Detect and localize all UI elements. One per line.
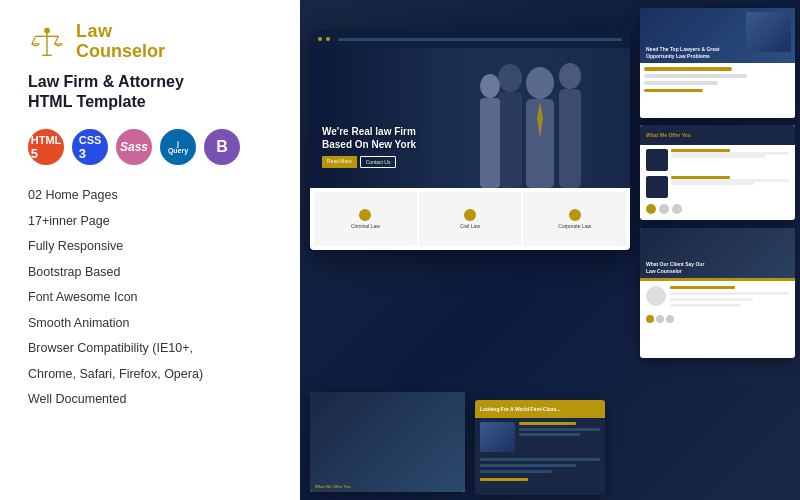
feature-animation: Smooth Animation (28, 311, 272, 337)
logo-area: Law Counselor (28, 22, 272, 62)
svg-point-14 (480, 74, 500, 98)
screen-main: We're Real law FirmBased On New York Rea… (310, 30, 630, 250)
svg-point-10 (559, 63, 581, 89)
logo-line2: Counselor (76, 42, 165, 62)
screen-bottom-left: What We Offer You (310, 392, 465, 492)
rt-hero-text: Need The Top Lawyers & GreatOpportunity … (646, 46, 720, 59)
screens-container: We're Real law FirmBased On New York Rea… (300, 0, 800, 500)
sbm-content (475, 454, 605, 485)
card-text-2: Civil Law (460, 223, 480, 229)
feature-browser-list: Chrome, Safari, Firefox, Opera) (28, 362, 272, 388)
rt-img (746, 12, 791, 52)
screen-bl-hero: What We Offer You (310, 392, 465, 437)
tech-badges: HTML5 CSS3 Sass jQuery B (28, 129, 272, 165)
screen-rm-content (640, 145, 795, 218)
rb-overlay-text: What Our Client Say OurLaw Counselor (646, 261, 704, 274)
feature-inner-page: 17+inner Page (28, 209, 272, 235)
screen-hero: We're Real law FirmBased On New York Rea… (310, 48, 630, 188)
screen-rt-hero: Need The Top Lawyers & GreatOpportunity … (640, 8, 795, 63)
hero-title: We're Real law FirmBased On New York (322, 125, 416, 151)
rm-title: What We Offer You (646, 132, 691, 138)
screen-bottom-mid: Looking For A World First-Class... (475, 400, 605, 495)
card-text-3: Corporate Law (558, 223, 591, 229)
feature-documented: Well Documented (28, 387, 272, 413)
svg-rect-15 (480, 98, 500, 188)
badge-sass: Sass (116, 129, 152, 165)
screen-rt-content (640, 63, 795, 118)
avatar-1 (646, 286, 666, 306)
feature-font-awesome: Font Awesome Icon (28, 285, 272, 311)
sbm-title: Looking For A World First-Class... (480, 406, 560, 412)
screen-rb-content (640, 281, 795, 328)
hero-text-overlay: We're Real law FirmBased On New York Rea… (322, 125, 416, 168)
screen-bottom-cards: Criminal Law Civil Law Corporate Law (310, 188, 630, 250)
hero-people-image (460, 48, 620, 188)
card-icon-3 (569, 209, 581, 221)
badge-bootstrap: B (204, 129, 240, 165)
feature-responsive: Fully Responsive (28, 234, 272, 260)
nav-dot-2 (326, 37, 330, 41)
card-icon-2 (464, 209, 476, 221)
left-panel: Law Counselor Law Firm & AttorneyHTML Te… (0, 0, 300, 500)
screen-right-mid: What We Offer You (640, 125, 795, 220)
logo-text: Law Counselor (76, 22, 165, 62)
sbm-header: Looking For A World First-Class... (475, 400, 605, 418)
nav-dot-1 (318, 37, 322, 41)
screen-right-bottom: What Our Client Say OurLaw Counselor (640, 228, 795, 358)
screen-rm-header: What We Offer You (640, 125, 795, 145)
sbm-img (480, 422, 515, 452)
nav-bar (338, 38, 622, 41)
screen-rb-hero: What Our Client Say OurLaw Counselor (640, 228, 795, 278)
badge-css3: CSS3 (72, 129, 108, 165)
bottom-card-3: Corporate Law (523, 192, 626, 246)
feature-browser-compat: Browser Compatibility (IE10+, (28, 336, 272, 362)
bottom-card-2: Civil Law (419, 192, 522, 246)
card-text-1: Criminal Law (351, 223, 380, 229)
screen-right-top: Need The Top Lawyers & GreatOpportunity … (640, 8, 795, 118)
svg-rect-9 (498, 92, 522, 188)
logo-icon (28, 23, 66, 61)
hero-buttons: Read More Contact Us (322, 156, 416, 168)
bottom-card-1: Criminal Law (314, 192, 417, 246)
screen-nav (310, 30, 630, 48)
feature-home-pages: 02 Home Pages (28, 183, 272, 209)
badge-jquery: jQuery (160, 129, 196, 165)
card-icon-1 (359, 209, 371, 221)
tagline: Law Firm & AttorneyHTML Template (28, 72, 272, 114)
svg-rect-11 (559, 89, 581, 188)
logo-line1: Law (76, 22, 165, 42)
right-panel: We're Real law FirmBased On New York Rea… (300, 0, 800, 500)
svg-line-5 (55, 36, 59, 44)
svg-point-12 (526, 67, 554, 99)
feature-bootstrap: Bootstrap Based (28, 260, 272, 286)
badge-html5: HTML5 (28, 129, 64, 165)
svg-line-3 (32, 36, 36, 44)
features-list: 02 Home Pages 17+inner Page Fully Respon… (28, 183, 272, 413)
svg-point-8 (498, 64, 522, 92)
